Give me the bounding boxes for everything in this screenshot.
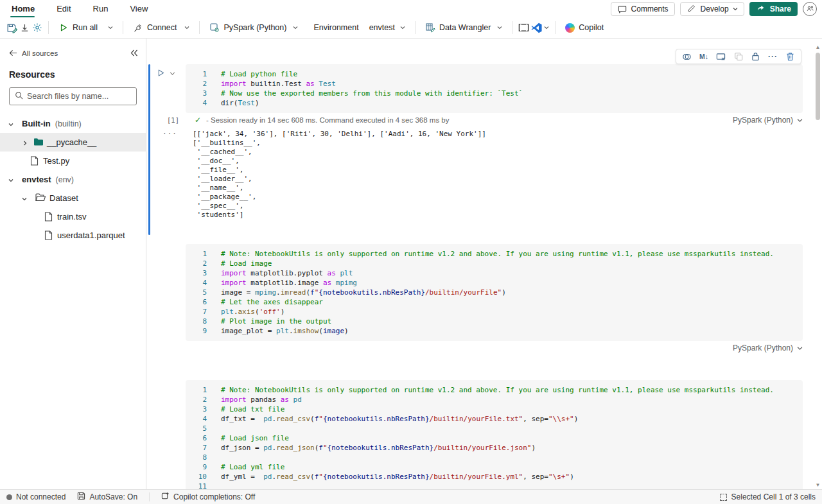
scroll-down-icon[interactable]: ▼ — [816, 482, 821, 489]
tab-view[interactable]: View — [128, 1, 149, 17]
save-icon[interactable] — [6, 22, 17, 33]
code-line[interactable]: 1# Note: NotebookUtils is only supported… — [186, 249, 798, 259]
code-line[interactable]: 3import matplotlib.pyplot as plt — [186, 268, 798, 278]
code-line[interactable]: 9# Load yml file — [186, 462, 798, 472]
code-line[interactable]: 8# Plot image in the output — [186, 317, 798, 326]
cell-copilot-icon[interactable] — [682, 52, 692, 62]
environment-selector[interactable]: envtest — [365, 19, 409, 36]
code-line[interactable]: 4import matplotlib.image as mpimg — [186, 278, 798, 288]
sidebar-item-pycache[interactable]: __pycache__ — [0, 133, 146, 152]
more-options-icon[interactable]: ··· — [768, 52, 778, 62]
chevron-down-icon[interactable] — [497, 25, 502, 30]
chevron-down-icon[interactable] — [544, 25, 549, 30]
output-more-icon[interactable]: ··· — [154, 130, 186, 220]
develop-button[interactable]: Develop — [680, 2, 744, 16]
sidebar-item-dataset[interactable]: Dataset — [0, 189, 146, 207]
code-line[interactable]: 2import pandas as pd — [186, 395, 798, 404]
code-line[interactable]: 5image = mpimg.imread(f"{notebookutils.n… — [186, 288, 798, 297]
code-line[interactable]: 4df_txt = pd.read_csv(f"{notebookutils.n… — [186, 414, 798, 424]
collapse-sidebar-icon[interactable] — [130, 48, 138, 58]
cell-language-selector[interactable]: PySpark (Python) — [733, 343, 803, 352]
autosave-status[interactable]: AutoSave: On — [77, 492, 137, 502]
delete-cell-icon[interactable] — [785, 52, 795, 62]
collapse-cell-icon[interactable] — [169, 68, 176, 80]
chevron-down-icon[interactable] — [8, 176, 15, 184]
chevron-down-icon[interactable] — [108, 25, 113, 30]
code-line[interactable]: 2# Load image — [186, 259, 798, 268]
back-arrow-icon — [9, 49, 17, 58]
clear-output-icon[interactable] — [716, 52, 726, 62]
cell-language-selector[interactable]: PySpark (Python) — [733, 116, 803, 125]
code-editor[interactable]: 1# Load python file2import builtin.Test … — [186, 64, 803, 113]
vertical-scrollbar[interactable]: ▲ ▼ — [814, 44, 822, 489]
sidebar-item-builtin[interactable]: Built-in(builtin) — [0, 114, 146, 133]
code-line[interactable]: 6# Let the axes disappear — [186, 297, 798, 307]
tab-home[interactable]: Home — [10, 1, 36, 17]
code-line[interactable]: 6# Load json file — [186, 433, 798, 443]
code-editor[interactable]: 1# Note: NotebookUtils is only supported… — [186, 244, 803, 341]
comments-button[interactable]: Comments — [611, 2, 675, 16]
sidebar-item-testpy[interactable]: Test.py — [0, 152, 146, 170]
language-selector[interactable]: PySpark (Python) — [206, 19, 302, 36]
scrollbar-track[interactable] — [814, 51, 822, 482]
code-line[interactable]: 5 — [186, 424, 798, 433]
pencil-icon — [686, 4, 697, 14]
account-people-icon[interactable] — [803, 2, 817, 16]
code-editor[interactable]: 1# Note: NotebookUtils is only supported… — [186, 380, 803, 489]
code-line[interactable]: 11 — [186, 482, 798, 489]
tab-edit[interactable]: Edit — [55, 1, 72, 17]
scroll-up-icon[interactable]: ▲ — [816, 44, 821, 51]
code-line[interactable]: 10df_yml = pd.read_csv(f"{notebookutils.… — [186, 472, 798, 482]
code-cell-3[interactable]: 1# Note: NotebookUtils is only supported… — [154, 380, 803, 489]
code-cell-1[interactable]: 1# Load python file2import builtin.Test … — [154, 64, 803, 220]
duplicate-cell-icon[interactable] — [733, 52, 743, 62]
connect-button[interactable]: Connect — [129, 19, 194, 36]
code-cell-2[interactable]: 1# Note: NotebookUtils is only supported… — [154, 244, 803, 355]
chevron-down-icon[interactable] — [8, 120, 15, 128]
chevron-down-icon[interactable] — [293, 25, 298, 30]
copilot-completions-status[interactable]: Copilot completions: Off — [161, 492, 255, 502]
code-line[interactable]: 7df_json = pd.read_json(f"{notebookutils… — [186, 443, 798, 453]
code-line[interactable]: 2import builtin.Test as Test — [186, 79, 798, 89]
search-input[interactable] — [27, 92, 131, 101]
connect-plug-icon — [133, 22, 143, 33]
code-line[interactable]: 3# Now use the exported members from thi… — [186, 89, 798, 98]
code-line[interactable]: 1# Note: NotebookUtils is only supported… — [186, 385, 798, 395]
code-line[interactable]: 9image_plot = plt.imshow(image) — [186, 326, 798, 336]
scrollbar-thumb[interactable] — [816, 53, 820, 120]
code-line[interactable]: 7plt.axis('off') — [186, 307, 798, 317]
cell-output: ··· [['jack', 34, '36'], ['Riti', 30, 'D… — [154, 127, 803, 220]
convert-to-markdown-icon[interactable]: M↓ — [699, 52, 708, 62]
all-sources-back[interactable]: All sources — [9, 49, 58, 58]
execution-count: [1] — [154, 116, 186, 124]
chevron-down-icon[interactable] — [184, 25, 189, 30]
code-line[interactable]: 1# Load python file — [186, 69, 798, 79]
selected-cell-indicator — [148, 64, 150, 235]
sidebar-item-traintsv[interactable]: train.tsv — [0, 207, 146, 226]
code-line[interactable]: 8 — [186, 453, 798, 462]
file-search-box[interactable] — [9, 87, 137, 105]
data-wrangler-icon — [425, 22, 435, 33]
tab-run[interactable]: Run — [92, 1, 110, 17]
run-all-button[interactable]: Run all — [55, 19, 117, 36]
code-line[interactable]: 4dir(Test) — [186, 98, 798, 108]
code-line[interactable]: 3# Load txt file — [186, 404, 798, 414]
import-download-icon[interactable] — [19, 22, 30, 33]
line-number: 11 — [186, 482, 207, 489]
chevron-down-icon[interactable] — [21, 195, 29, 202]
sidebar-item-envtest[interactable]: envtest(env) — [0, 170, 146, 189]
lock-cell-icon[interactable] — [751, 52, 760, 62]
share-icon — [756, 4, 766, 14]
chevron-right-icon[interactable] — [22, 139, 30, 146]
sidebar-item-userdata1parquet[interactable]: userdata1.parquet — [0, 226, 146, 245]
frame-layout-icon[interactable] — [518, 22, 529, 33]
vscode-icon[interactable] — [531, 22, 541, 33]
chevron-down-icon[interactable] — [400, 25, 405, 30]
settings-gear-icon[interactable] — [32, 22, 42, 33]
success-check-icon: ✓ — [195, 116, 201, 125]
run-cell-icon[interactable] — [157, 68, 165, 80]
share-button[interactable]: Share — [749, 2, 798, 16]
copilot-button[interactable]: Copilot — [561, 19, 608, 36]
line-number: 4 — [186, 98, 207, 108]
data-wrangler-button[interactable]: Data Wrangler — [421, 19, 506, 36]
